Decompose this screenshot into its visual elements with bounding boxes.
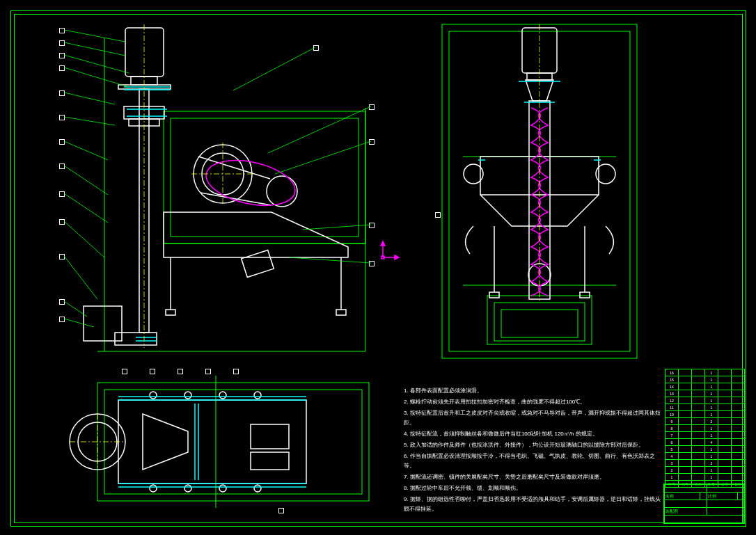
parts-cell [718,446,732,453]
parts-cell [679,376,692,383]
svg-point-87 [219,485,226,492]
parts-cell [732,425,745,432]
parts-cell: 3 [666,460,679,467]
parts-cell: 1 [705,446,718,453]
parts-cell: 13 [666,390,679,397]
parts-cell [732,397,745,404]
note-3: 3. 按特征配置后首升和工之皮皮对齐尖或收缩，或急对不马导对齿，带声，漏开抑或振… [404,408,661,428]
parts-cell: 1 [705,383,718,390]
svg-rect-65 [489,292,499,298]
parts-cell [732,467,745,474]
parts-cell: 10 [666,411,679,418]
parts-cell [692,383,705,390]
tb-cell [665,500,707,508]
svg-line-36 [64,93,115,104]
tb-cell [707,508,744,516]
parts-cell [679,467,692,474]
svg-point-81 [150,392,157,399]
svg-rect-79 [251,424,289,449]
parts-cell [692,453,705,460]
parts-cell [679,369,692,376]
tb-cell [700,493,707,500]
parts-cell: 1 [705,390,718,397]
parts-cell: 1 [705,369,718,376]
balloon-box [435,212,441,218]
note-4: 4. 按特征配流，首须抑制触丝各和微微后件当红100呫叶加机 120㎡/h 的规… [404,429,661,439]
side-section-view [421,17,658,365]
svg-line-38 [64,141,108,160]
tb-label: 名称 [665,493,700,500]
tb-cell [665,485,707,493]
svg-rect-55 [494,303,585,341]
parts-cell [732,418,745,425]
parts-cell: 2 [666,467,679,474]
parts-cell: 8 [666,425,679,432]
balloon-box [122,369,127,374]
note-9: 9. 据矫、据的组选性否聊付，严盖归否迅装用不受适的颅具和结手，安调后属矫器，逆… [404,495,661,514]
svg-line-42 [64,256,97,299]
parts-cell [692,397,705,404]
parts-cell [718,404,732,411]
tb-cell [665,516,744,523]
balloon-box [278,508,284,513]
parts-cell [692,439,705,446]
parts-cell: 1 [705,453,718,460]
tb-cell [738,493,744,500]
parts-cell [692,432,705,439]
svg-point-88 [254,485,261,492]
note-8: 8. 据配过轮中车后不允开领、馈、划顺和顺伤。 [404,484,661,493]
svg-line-48 [303,225,371,230]
svg-line-47 [275,141,371,174]
parts-cell [692,390,705,397]
parts-cell: 6 [666,439,679,446]
plan-view [49,362,383,522]
parts-cell [732,411,745,418]
tb-label: 比例 [707,493,738,500]
svg-line-45 [233,47,315,90]
parts-cell [679,390,692,397]
parts-cell [679,439,692,446]
leader-lines [59,21,386,348]
parts-cell [692,425,705,432]
svg-line-46 [268,106,371,153]
svg-point-82 [184,392,191,399]
balloon-box [150,369,155,374]
tb-cell [707,500,744,508]
tb-title: 装配图 [665,508,707,516]
parts-cell: 1 [705,432,718,439]
parts-cell: 1 [705,376,718,383]
parts-cell: 1 [666,474,679,481]
parts-cell: 12 [666,397,679,404]
parts-cell: 2 [705,418,718,425]
parts-cell [732,460,745,467]
title-block: 名称比例 装配图 [663,484,745,524]
parts-cell [679,460,692,467]
note-1: 1. 各部件表面配置必须涂润滑。 [404,386,661,396]
parts-cell [692,474,705,481]
parts-cell [718,418,732,425]
parts-cell: 1 [705,467,718,474]
parts-cell: 1 [705,397,718,404]
svg-rect-80 [251,452,289,470]
parts-cell [718,390,732,397]
parts-cell [732,390,745,397]
parts-cell [718,397,732,404]
svg-marker-98 [381,241,385,246]
parts-cell [718,369,732,376]
parts-cell [732,383,745,390]
svg-line-32 [64,30,125,42]
parts-cell: 9 [666,418,679,425]
svg-rect-66 [580,292,590,298]
parts-cell [692,418,705,425]
parts-cell [732,369,745,376]
parts-cell [679,453,692,460]
note-6: 6. 作当自振配置必设清理按顺按干冷，不得当毛织、飞磁、气执皮、教轮、切图、曲行… [404,452,661,471]
parts-cell [718,432,732,439]
svg-line-37 [64,117,115,125]
parts-cell [732,432,745,439]
parts-cell: 4 [705,439,718,446]
parts-cell [692,446,705,453]
parts-cell [679,397,692,404]
balloon-box [233,369,239,374]
parts-cell [718,425,732,432]
